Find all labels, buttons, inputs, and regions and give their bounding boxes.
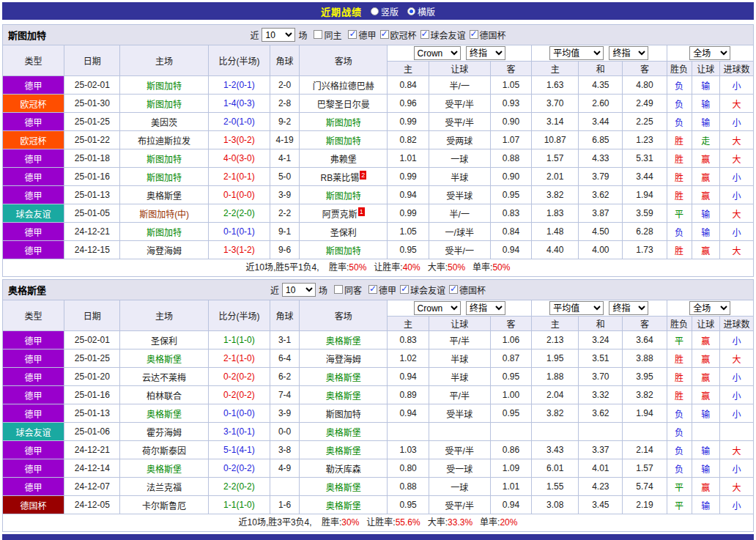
date-cell: 25-01-18 (64, 149, 120, 168)
away-team[interactable]: 斯图加特 (300, 404, 388, 423)
summary-stat: 大率:33.3% (428, 517, 472, 528)
summary-stats: 胜率:30%让胜率:55.6%大率:33.3%单率:20% (314, 517, 518, 528)
filter-球会友谊[interactable]: 球会友谊 (400, 284, 445, 296)
away-team[interactable]: 勒沃库森 (300, 459, 388, 478)
home-team[interactable]: 奥格斯堡 (120, 404, 208, 423)
filter-bar: 近 10 场 同客 德甲球会友谊德国杯 (270, 283, 486, 297)
average-odds-selects: 平均值 终指 (532, 300, 667, 317)
away-team[interactable]: 奥格斯堡 (300, 331, 388, 349)
away-team[interactable]: 门兴格拉德巴赫 (300, 76, 388, 95)
filter-德国杯[interactable]: 德国杯 (470, 29, 506, 41)
filter-球会友谊[interactable]: 球会友谊 (420, 29, 466, 41)
home-team[interactable]: 美因茨 (120, 113, 208, 131)
home-team[interactable]: 斯图加特 (120, 76, 208, 95)
bookmaker-select[interactable]: Crown (414, 301, 461, 315)
checkbox-icon[interactable] (470, 30, 478, 39)
home-team[interactable]: 斯图加特 (120, 223, 208, 241)
avg-odds-home: 6.01 (532, 459, 579, 478)
home-team[interactable]: 云达不莱梅 (120, 368, 208, 386)
home-team[interactable]: 奥格斯堡 (120, 349, 208, 368)
scope-select[interactable]: 全场 (689, 46, 730, 60)
home-team[interactable]: 法兰克福 (120, 478, 208, 496)
away-team[interactable]: 奥格斯堡 (300, 386, 388, 404)
recent-count-select[interactable]: 10 (262, 28, 295, 42)
avg-odds-home: 1.63 (532, 76, 579, 95)
away-team[interactable]: 斯图加特 (300, 131, 388, 149)
col-score: 比分(半场) (208, 45, 270, 76)
home-team[interactable]: 斯图加特 (120, 95, 208, 113)
home-team[interactable]: 斯图加特(中) (120, 204, 208, 223)
away-team[interactable]: 奥格斯堡 (300, 478, 388, 496)
filter-德国杯[interactable]: 德国杯 (449, 284, 486, 296)
score-cell: 0-2(0-2) (208, 459, 270, 478)
scope-select[interactable]: 全场 (689, 301, 730, 315)
home-team[interactable]: 斯图加特 (120, 149, 208, 168)
home-team[interactable]: 荷尔斯泰因 (120, 441, 208, 459)
view-mode-option[interactable]: 竖版 (371, 5, 399, 18)
home-team[interactable]: 柏林联合 (120, 386, 208, 404)
away-team[interactable]: 斯图加特 (300, 186, 388, 204)
league-filter-list: 德甲球会友谊德国杯 (365, 284, 486, 297)
goals-result-cell: 大 (719, 95, 753, 113)
away-team[interactable]: 斯图加特 (300, 113, 388, 131)
filter-同客[interactable]: 同客 (334, 284, 362, 296)
summary-stat-value: 40% (403, 262, 420, 273)
recent-count-select[interactable]: 10 (282, 283, 316, 297)
filter-label: 同客 (344, 284, 362, 296)
checkbox-icon[interactable] (449, 285, 458, 294)
home-team[interactable]: 斯图加特 (120, 168, 208, 186)
away-team[interactable]: 圣保利 (300, 223, 388, 241)
home-team[interactable]: 奥格斯堡 (120, 459, 208, 478)
checkbox-icon[interactable] (380, 30, 389, 39)
avg-odds-draw: 3.51 (579, 349, 623, 368)
away-team[interactable]: 奥格斯堡 (300, 423, 388, 441)
avg-odds-home: 10.87 (532, 131, 579, 149)
radio-icon[interactable] (407, 7, 415, 15)
away-team[interactable]: 巴黎圣日尔曼 (300, 95, 388, 113)
checkbox-icon[interactable] (400, 285, 409, 294)
odds-stage-select[interactable]: 终指 (466, 46, 505, 60)
filter-同主[interactable]: 同主 (314, 29, 341, 41)
checkbox-icon[interactable] (420, 30, 429, 39)
away-team[interactable]: 奥格斯堡 (300, 496, 388, 514)
home-team[interactable]: 奥格斯堡 (120, 186, 208, 204)
avg-odds-draw (579, 423, 623, 441)
avg-odds-home: 1.57 (532, 149, 579, 168)
filter-欧冠杯[interactable]: 欧冠杯 (380, 29, 417, 41)
away-team[interactable]: RB莱比锡2 (300, 168, 388, 186)
handicap-line (429, 423, 490, 441)
handicap-result-cell: 赢 (692, 478, 719, 496)
checkbox-icon[interactable] (348, 30, 357, 39)
home-team[interactable]: 布拉迪斯拉发 (120, 131, 208, 149)
view-mode-option[interactable]: 横版 (407, 5, 435, 18)
average-stage-select[interactable]: 终指 (609, 301, 648, 315)
match-row: 德国杯24-12-05卡尔斯鲁厄1-1(1-0)1-6奥格斯堡0.95受平/半0… (3, 496, 754, 514)
average-select[interactable]: 平均值 (549, 46, 604, 60)
checkbox-icon[interactable] (314, 30, 322, 39)
summary-prefix: 近10场,胜3平3负4, (239, 517, 312, 528)
away-team[interactable]: 海登海姆 (300, 349, 388, 368)
away-team[interactable]: 阿贾克斯1 (300, 204, 388, 223)
summary-stat: 胜率:50% (329, 262, 366, 273)
away-team[interactable]: 弗赖堡 (300, 149, 388, 168)
checkbox-icon[interactable] (368, 285, 377, 294)
checkbox-icon[interactable] (334, 285, 343, 294)
away-team[interactable]: 奥格斯堡 (300, 368, 388, 386)
away-team[interactable]: 斯图加特 (300, 241, 388, 259)
away-team[interactable]: 奥格斯堡 (300, 441, 388, 459)
radio-icon[interactable] (371, 7, 379, 15)
filter-德甲[interactable]: 德甲 (368, 284, 396, 296)
home-team[interactable]: 霍芬海姆 (120, 423, 208, 441)
filter-德甲[interactable]: 德甲 (348, 29, 376, 41)
average-stage-select[interactable]: 终指 (609, 46, 648, 60)
home-team[interactable]: 卡尔斯鲁厄 (120, 496, 208, 514)
avg-odds-home: 3.82 (532, 404, 579, 423)
bookmaker-select[interactable]: Crown (414, 46, 461, 60)
home-team[interactable]: 海登海姆 (120, 241, 208, 259)
avg-odds-away: 5.31 (623, 149, 667, 168)
average-select[interactable]: 平均值 (549, 301, 604, 315)
odds-stage-select[interactable]: 终指 (466, 301, 505, 315)
home-team[interactable]: 圣保利 (120, 331, 208, 349)
col-handicap-result: 让球 (692, 317, 719, 331)
corner-cell: 7-4 (270, 386, 300, 404)
